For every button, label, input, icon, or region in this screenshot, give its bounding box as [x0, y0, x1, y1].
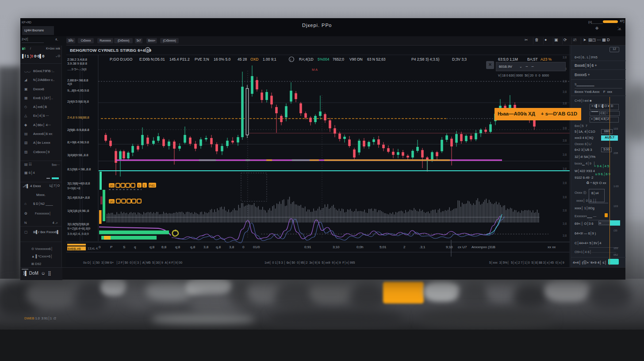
svg-text:45 28: 45 28	[238, 57, 247, 61]
svg-text:2: 2	[403, 245, 406, 249]
svg-text:3,8: 3,8	[203, 245, 209, 249]
svg-text:3,8: 3,8	[229, 245, 234, 249]
svg-text:3;8: 3;8	[563, 56, 567, 59]
svg-text:63:5;0 1;1M: 63:5;0 1;1M	[498, 57, 518, 61]
svg-text:q;8: q;8	[150, 245, 155, 249]
svg-text:Anxxnpxx (31B: Anxxnpxx (31B	[472, 245, 495, 249]
svg-text:3|1;8(5|2)9|8,|8: 3|1;8(5|2)9|8,|8	[67, 222, 89, 226]
svg-text:145.4 P21.2: 145.4 P21.2	[169, 57, 190, 61]
svg-text:PVE 3;N: PVE 3;N	[195, 57, 209, 61]
svg-text:S: S	[123, 245, 125, 249]
svg-text:5: 5	[138, 184, 140, 188]
svg-text:M A: M A	[312, 68, 318, 72]
svg-text:cx U7: cx U7	[458, 245, 467, 249]
svg-text:63 N 52;63: 63 N 52;63	[367, 57, 386, 61]
svg-text:6;8: 6;8	[161, 245, 167, 249]
svg-text:q: q	[134, 245, 136, 249]
svg-text:7652;0: 7652;0	[333, 57, 344, 61]
svg-text:3(4)8|9:98.,8.8: 3(4)8|9:98.,8.8	[67, 153, 88, 157]
svg-text:.3;1: .3;1	[419, 245, 426, 249]
svg-text:V90 DN: V90 DN	[349, 57, 363, 61]
svg-text:3;8: 3;8	[563, 209, 567, 212]
svg-text:16 0% 5.0: 16 0% 5.0	[214, 57, 231, 61]
svg-text:3;8: 3;8	[563, 139, 567, 142]
svg-text:9:+2)|8.4+8(.8|9: 9:+2)|8.4+8(.8|9	[67, 227, 91, 230]
svg-text:0;91: 0;91	[304, 245, 311, 249]
svg-text:9+9|8;+8: 9+9|8;+8	[67, 186, 80, 190]
svg-text:OXD: OXD	[250, 57, 258, 61]
svg-text:3;8: 3;8	[563, 181, 567, 184]
svg-text:RA;4(1D: RA;4(1D	[299, 57, 314, 61]
svg-text:0: 0	[99, 245, 101, 249]
svg-text:01/0: 01/0	[253, 245, 260, 249]
svg-text:(#): (#)	[110, 200, 114, 204]
svg-text:.....9 5+-.-;9(8: .....9 5+-.-;9(8	[67, 67, 87, 71]
svg-text:1: 1	[143, 184, 146, 188]
svg-text:4(8: 4(8	[67, 82, 73, 86]
svg-text:8;1(9|8.+:98.,8.8: 8;1(9|8.+:98.,8.8	[67, 167, 91, 171]
svg-text:3;8: 3;8	[563, 234, 567, 237]
svg-text:3;8: 3;8	[563, 196, 567, 199]
svg-text:3;8: 3;8	[563, 80, 567, 83]
svg-text:8;+9|8.4:98,9.8: 8;+9|8.4:98,9.8	[67, 140, 89, 144]
svg-text:3.9;4|2;4.,9.8;9: 3.9;4|2;4.,9.8;9	[67, 232, 89, 236]
svg-text:BA;5T: BA;5T	[527, 57, 538, 61]
svg-text:3;8: 3;8	[563, 102, 567, 105]
svg-text:9,.,8|9-4;95;9.8: 9,.,8|9-4;95;9.8	[67, 88, 89, 92]
svg-text:9;10: 9;10	[446, 245, 453, 249]
svg-text:D;3V 3;3: D;3V 3;3	[452, 57, 467, 61]
svg-text:P: P	[110, 245, 112, 249]
svg-text:3;8: 3;8	[563, 222, 567, 225]
svg-text:5%004: 5%004	[318, 57, 330, 61]
svg-text:2(4|9.5:9|8.9|.8: 2(4|9.5:9|8.9|.8	[67, 100, 89, 104]
svg-text:1.00 9;1: 1.00 9;1	[263, 57, 276, 61]
svg-text:(#): (#)	[110, 184, 114, 188]
svg-text:F41: F41	[149, 184, 155, 188]
svg-text:3.9.38 9 8;8 8: 3.9.38 9 8;8 8	[67, 61, 88, 65]
svg-text:A23 %: A23 %	[540, 57, 552, 61]
svg-text:P4 2;58 3) 4;3.5): P4 2;58 3) 4;3.5)	[411, 57, 439, 61]
svg-text:2(9|8:-9.9,8;8.8: 2(9|8:-9.9,8;8.8	[67, 128, 89, 132]
svg-text:2:38.2 3.4;8.8: 2:38.2 3.4;8.8	[67, 58, 88, 61]
svg-text:q,8: q,8	[216, 245, 221, 249]
svg-text:3|1;4|8;9,8+,8;8: 3|1;4|8;9,8+,8;8	[67, 196, 90, 200]
svg-text:3|1;9|8(+4|9.8;8: 3|1;9|8(+4|9.8;8	[67, 181, 90, 185]
svg-text:E:D0b N;O5.01: E:D0b N;O5.01	[139, 57, 165, 61]
svg-text:q;8: q;8	[175, 245, 180, 249]
svg-text:3;8: 3;8	[563, 127, 567, 130]
svg-text:P;GO D;UGO: P;GO D;UGO	[110, 57, 133, 61]
svg-text:5;01: 5;01	[380, 245, 387, 249]
svg-text:2:4,8 9.98(88;8: 2:4,8 9.98(88;8	[67, 115, 89, 119]
svg-text:13;xL 4.: 13;xL 4.	[88, 247, 99, 250]
svg-text:BEHGRITOW CYRNELS STIRBG 6+4:0: BEHGRITOW CYRNELS STIRBG 6+4:09	[70, 48, 151, 53]
svg-text:0: 0	[242, 245, 245, 249]
svg-text:1|9(1|8;(4;98.;8: 1|9(1|8;(4;98.;8	[67, 209, 89, 213]
svg-text:B#B$L#B: B#B$L#B	[68, 247, 81, 250]
svg-text:q,8: q,8	[190, 245, 196, 249]
svg-text:0;0h: 0;0h	[356, 245, 364, 249]
svg-text:3;8: 3;8	[563, 167, 567, 170]
svg-text:3;8: 3;8	[563, 153, 567, 156]
svg-text:3;8: 3;8	[563, 90, 567, 93]
svg-text:3;10: 3;10	[333, 245, 340, 249]
svg-text:xx xx: xx xx	[548, 245, 556, 249]
